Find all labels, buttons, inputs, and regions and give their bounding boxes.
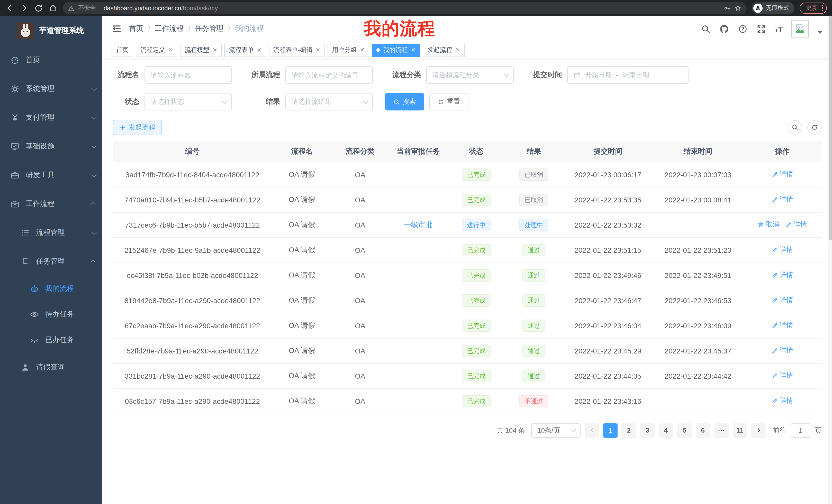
- goto-page-input[interactable]: [790, 423, 811, 438]
- category-select[interactable]: 请选择流程分类: [426, 66, 514, 84]
- result-badge: 通过: [522, 294, 545, 306]
- scrollbar-thumb[interactable]: [829, 16, 832, 241]
- show-search-button[interactable]: [788, 120, 802, 135]
- close-icon[interactable]: ✕: [315, 47, 320, 53]
- home-icon[interactable]: [48, 3, 58, 12]
- page-button-1[interactable]: 1: [603, 423, 618, 438]
- update-button[interactable]: 更新: [800, 2, 827, 13]
- detail-link[interactable]: 详情: [772, 245, 793, 255]
- create-process-button[interactable]: 发起流程: [113, 120, 162, 135]
- password-key-icon[interactable]: [724, 4, 731, 11]
- detail-link[interactable]: 详情: [772, 396, 793, 405]
- page-ellipsis[interactable]: ···: [714, 423, 729, 438]
- cell-status: 已完成: [448, 363, 505, 388]
- tab-my-process[interactable]: 我的流程✕: [372, 44, 420, 57]
- sidebar-item-my-process[interactable]: 我的流程: [0, 276, 102, 302]
- status-select[interactable]: 请选择状态: [145, 93, 232, 110]
- breadcrumb-workflow[interactable]: 工作流程: [155, 24, 184, 33]
- update-label[interactable]: 更新: [806, 4, 818, 12]
- avatar[interactable]: [791, 20, 809, 37]
- close-icon[interactable]: ✕: [212, 47, 217, 53]
- browser-menu-icon[interactable]: [822, 5, 823, 11]
- result-select[interactable]: 请选择流结果: [285, 93, 373, 110]
- tab-process-definition[interactable]: 流程定义✕: [136, 44, 177, 57]
- detail-link[interactable]: 详情: [772, 346, 793, 355]
- result-badge: 通过: [522, 319, 545, 332]
- fullscreen-icon[interactable]: [756, 24, 766, 34]
- sidebar-item-task-mgmt[interactable]: 任务管理: [0, 247, 102, 276]
- tab-process-form[interactable]: 流程表单✕: [225, 44, 266, 57]
- chevron-down-icon: [92, 172, 97, 177]
- close-icon[interactable]: ✕: [257, 47, 261, 53]
- process-definition-input[interactable]: [285, 66, 373, 84]
- cell-result: 不通过: [505, 388, 563, 414]
- tab-user-group[interactable]: 用户分组✕: [328, 44, 369, 57]
- reload-icon[interactable]: [34, 3, 43, 12]
- search-icon[interactable]: [701, 24, 710, 34]
- breadcrumb-task-mgmt[interactable]: 任务管理: [195, 24, 224, 33]
- avatar-caret-icon[interactable]: [817, 31, 823, 34]
- close-icon[interactable]: ✕: [411, 47, 415, 53]
- start-date-placeholder[interactable]: 开始日期: [585, 71, 612, 80]
- prev-page-button[interactable]: [585, 423, 599, 438]
- sidebar-item-devtools[interactable]: 研发工具: [0, 161, 102, 190]
- detail-link[interactable]: 详情: [772, 271, 793, 280]
- sidebar-logo-row[interactable]: 芋道管理系统: [0, 16, 102, 45]
- sidebar-item-system[interactable]: 系统管理: [0, 75, 102, 103]
- sidebar-item-payment[interactable]: 支付管理: [0, 103, 102, 132]
- sidebar-item-workflow[interactable]: 工作流程: [0, 190, 102, 218]
- sidebar-item-todo-tasks[interactable]: 待办任务: [0, 302, 102, 327]
- page-button-4[interactable]: 4: [659, 423, 673, 438]
- bookmark-star-icon[interactable]: [734, 4, 742, 11]
- breadcrumb-home[interactable]: 首页: [129, 24, 144, 33]
- page-button-6[interactable]: 6: [696, 423, 710, 438]
- detail-link[interactable]: 详情: [772, 296, 793, 305]
- tab-process-model[interactable]: 流程模型✕: [180, 44, 222, 57]
- detail-link[interactable]: 详情: [772, 371, 793, 381]
- navbar-actions: TT: [701, 20, 823, 37]
- sidebar-item-process-mgmt[interactable]: 流程管理: [0, 218, 102, 247]
- cell-end-time: 2022-01-23 00:08:41: [653, 187, 743, 212]
- detail-link[interactable]: 详情: [772, 195, 793, 204]
- search-button[interactable]: 搜索: [385, 93, 424, 110]
- tab-home[interactable]: 首页: [111, 44, 133, 57]
- page-button-5[interactable]: 5: [677, 423, 692, 438]
- detail-link[interactable]: 详情: [772, 170, 793, 179]
- submit-time-range-picker[interactable]: 开始日期 - 结束日期: [567, 66, 688, 84]
- back-icon[interactable]: [5, 3, 15, 12]
- edit-icon: [772, 398, 778, 404]
- address-bar[interactable]: 不安全 dashboard.yudao.iocoder.cn/bpm/task/…: [63, 2, 747, 14]
- sidebar-item-infra[interactable]: 基础设施: [0, 132, 102, 161]
- sidebar-collapse-icon[interactable]: [111, 24, 122, 34]
- font-size-icon[interactable]: TT: [775, 24, 783, 33]
- help-icon[interactable]: [738, 24, 747, 34]
- tab-process-form-edit[interactable]: 流程表单-编辑✕: [269, 44, 325, 57]
- end-date-placeholder[interactable]: 结束日期: [622, 71, 649, 80]
- sidebar-item-leave-query[interactable]: 请假查询: [0, 353, 102, 382]
- github-icon[interactable]: [719, 24, 729, 34]
- page-url[interactable]: dashboard.yudao.iocoder.cn/bpm/task/my: [104, 4, 218, 11]
- page-button-3[interactable]: 3: [640, 423, 655, 438]
- tab-start-process[interactable]: 发起流程✕: [423, 44, 465, 57]
- process-name-input[interactable]: [145, 66, 232, 84]
- close-icon[interactable]: ✕: [360, 47, 365, 53]
- close-icon[interactable]: ✕: [455, 47, 460, 53]
- detail-link[interactable]: 详情: [772, 321, 793, 330]
- page-button-2[interactable]: 2: [622, 423, 636, 438]
- window-scrollbar[interactable]: [828, 16, 832, 504]
- cell-category: OA: [332, 313, 389, 338]
- reset-button[interactable]: 重置: [430, 93, 468, 110]
- detail-link[interactable]: 详情: [785, 220, 807, 229]
- refresh-button[interactable]: [807, 120, 822, 135]
- cancel-link[interactable]: 取消: [758, 220, 779, 229]
- page-size-select[interactable]: 10条/页: [531, 423, 580, 438]
- close-icon[interactable]: ✕: [168, 47, 173, 53]
- next-page-button[interactable]: [751, 423, 766, 438]
- page-button-11[interactable]: 11: [733, 423, 747, 438]
- sidebar-item-home[interactable]: 首页: [0, 46, 102, 75]
- omnibox-divider: [100, 5, 100, 11]
- current-task-link[interactable]: 一级审批: [404, 220, 433, 228]
- sidebar-item-done-tasks[interactable]: 已办任务: [0, 327, 102, 353]
- security-label[interactable]: 不安全: [78, 4, 96, 12]
- forward-icon[interactable]: [20, 3, 29, 12]
